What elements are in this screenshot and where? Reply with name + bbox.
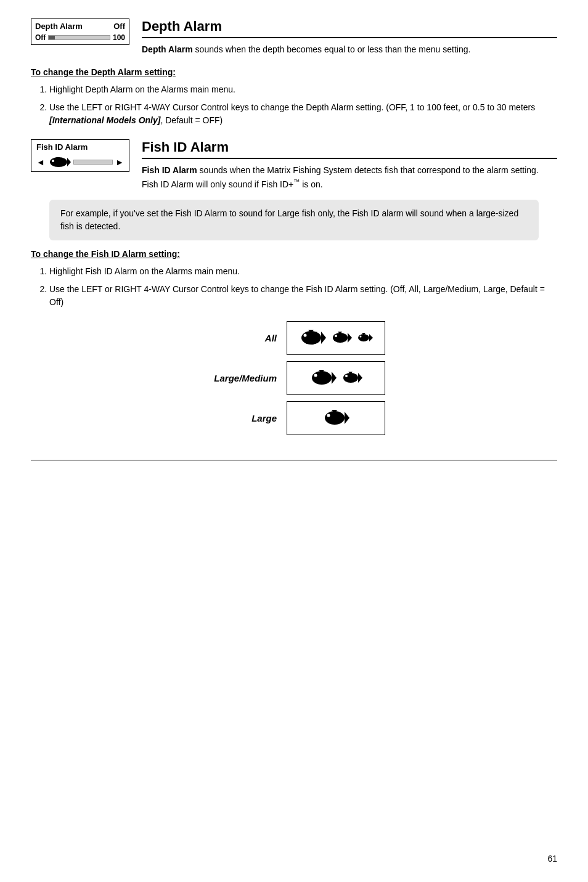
fish-arrow-left[interactable]: ◄ xyxy=(36,157,45,167)
svg-point-18 xyxy=(314,374,317,377)
fish-medium-icon-1 xyxy=(331,330,352,345)
fish-row-large-medium: Large/Medium xyxy=(203,361,385,395)
fish-tm: ™ xyxy=(293,178,300,185)
svg-point-6 xyxy=(304,334,307,337)
fish-medium-icon-2 xyxy=(341,370,362,385)
depth-alarm-desc-text: sounds when the depth becomes equal to o… xyxy=(193,44,471,54)
fish-alarm-step1: Highlight Fish ID Alarm on the Alarms ma… xyxy=(49,265,557,278)
fish-large-icon-2 xyxy=(309,369,337,387)
svg-point-10 xyxy=(335,335,337,337)
fish-small-icon-1 xyxy=(357,332,373,343)
fish-alarm-change-section: To change the Fish ID Alarm setting: Hig… xyxy=(31,249,557,309)
fish-row-all: All xyxy=(203,321,385,355)
depth-alarm-change-heading: To change the Depth Alarm setting: xyxy=(31,67,557,77)
fish-illustrations: All xyxy=(31,321,557,435)
fish-box-large xyxy=(287,401,385,435)
fish-alarm-desc-text1: sounds when the Matrix Fishing System de… xyxy=(142,165,539,189)
svg-point-26 xyxy=(327,414,330,417)
fish-row-large: Large xyxy=(203,401,385,435)
depth-alarm-header: Depth Alarm Depth Alarm sounds when the … xyxy=(142,18,557,56)
depth-alarm-steps: Highlight Depth Alarm on the Alarms main… xyxy=(49,83,557,127)
page-number: 61 xyxy=(547,854,557,864)
depth-slider-track[interactable] xyxy=(48,35,110,40)
slider-start-label: Off xyxy=(35,33,46,42)
depth-slider-fill xyxy=(49,36,55,39)
svg-marker-21 xyxy=(358,373,362,383)
depth-alarm-widget: Depth Alarm Off Off 100 xyxy=(31,18,129,45)
svg-point-14 xyxy=(360,336,362,338)
fish-icon xyxy=(47,155,71,169)
fish-note-text: For example, if you've set the Fish ID A… xyxy=(60,208,518,231)
fish-alarm-step2: Use the LEFT or RIGHT 4-WAY Cursor Contr… xyxy=(49,283,557,309)
svg-marker-25 xyxy=(345,412,349,424)
step2-prefix: Use the LEFT or RIGHT 4-WAY Cursor Contr… xyxy=(49,102,535,112)
svg-point-2 xyxy=(52,160,54,162)
depth-alarm-widget-off: Off xyxy=(113,22,125,31)
fish-alarm-top: Fish ID Alarm ◄ ► Fish I xyxy=(31,139,557,191)
step2-italic: [International Models Only] xyxy=(49,115,160,125)
svg-marker-13 xyxy=(369,334,373,341)
fish-alarm-desc-bold: Fish ID Alarm xyxy=(142,165,197,175)
fish-large-icon-3 xyxy=(322,409,349,427)
svg-marker-5 xyxy=(321,332,326,344)
fish-slider-track[interactable] xyxy=(73,160,113,165)
depth-alarm-desc-bold: Depth Alarm xyxy=(142,44,193,54)
fish-slider-row: ◄ ► xyxy=(36,155,124,169)
svg-marker-9 xyxy=(348,333,352,343)
fish-label-large-medium: Large/Medium xyxy=(203,373,277,383)
svg-marker-1 xyxy=(67,158,71,166)
depth-alarm-widget-title: Depth Alarm xyxy=(35,22,83,31)
fish-box-large-medium xyxy=(287,361,385,395)
svg-point-22 xyxy=(345,375,348,377)
fish-large-icon-1 xyxy=(299,329,326,347)
fish-alarm-title: Fish ID Alarm xyxy=(142,139,557,159)
slider-end-label: 100 xyxy=(113,33,125,42)
fish-label-large: Large xyxy=(203,413,277,423)
fish-alarm-widget: Fish ID Alarm ◄ ► xyxy=(31,139,129,172)
depth-alarm-desc: Depth Alarm sounds when the depth become… xyxy=(142,43,557,56)
fish-alarm-widget-title: Fish ID Alarm xyxy=(36,142,124,152)
fish-label-all: All xyxy=(203,333,277,343)
fish-alarm-header: Fish ID Alarm Fish ID Alarm sounds when … xyxy=(142,139,557,191)
depth-alarm-step1: Highlight Depth Alarm on the Alarms main… xyxy=(49,83,557,96)
page-divider xyxy=(31,460,557,460)
svg-marker-17 xyxy=(332,372,337,384)
fish-alarm-steps: Highlight Fish ID Alarm on the Alarms ma… xyxy=(49,265,557,309)
depth-alarm-section: Depth Alarm Off Off 100 Depth Alarm Dept… xyxy=(31,18,557,56)
fish-arrow-right[interactable]: ► xyxy=(115,157,124,167)
step2-suffix: , Default = OFF) xyxy=(160,115,223,125)
fish-alarm-desc-text2: is on. xyxy=(300,179,322,189)
depth-alarm-step2: Use the LEFT or RIGHT 4-WAY Cursor Contr… xyxy=(49,101,557,127)
fish-note-box: For example, if you've set the Fish ID A… xyxy=(49,200,539,240)
depth-alarm-title: Depth Alarm xyxy=(142,18,557,38)
fish-alarm-change-heading: To change the Fish ID Alarm setting: xyxy=(31,249,557,259)
fish-box-all xyxy=(287,321,385,355)
depth-alarm-change-section: To change the Depth Alarm setting: Highl… xyxy=(31,67,557,127)
fish-id-alarm-section: Fish ID Alarm ◄ ► Fish I xyxy=(31,139,557,435)
fish-alarm-desc: Fish ID Alarm sounds when the Matrix Fis… xyxy=(142,164,557,191)
